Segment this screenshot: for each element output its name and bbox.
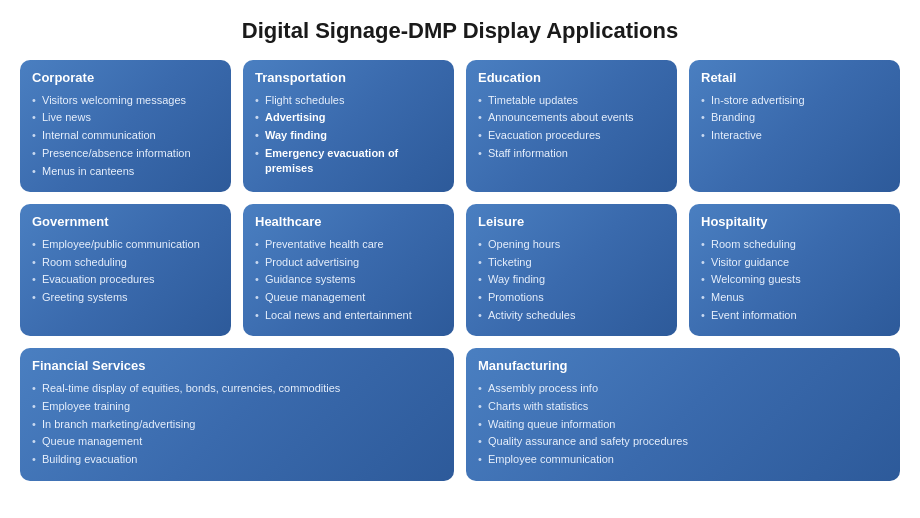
card-title-manufacturing: Manufacturing xyxy=(478,358,888,373)
list-item-healthcare-2: Guidance systems xyxy=(255,271,442,289)
list-item-retail-1: Branding xyxy=(701,109,888,127)
list-item-healthcare-0: Preventative health care xyxy=(255,235,442,253)
list-item-government-0: Employee/public communication xyxy=(32,235,219,253)
list-item-corporate-1: Live news xyxy=(32,109,219,127)
card-list-healthcare: Preventative health careProduct advertis… xyxy=(255,235,442,324)
list-item-hospitality-0: Room scheduling xyxy=(701,235,888,253)
list-item-corporate-4: Menus in canteens xyxy=(32,162,219,180)
card-government: GovernmentEmployee/public communicationR… xyxy=(20,204,231,336)
list-item-retail-2: Interactive xyxy=(701,127,888,145)
grid-row-2: Financial ServicesReal-time display of e… xyxy=(20,348,900,480)
card-education: EducationTimetable updatesAnnouncements … xyxy=(466,60,677,192)
grid-row-1: GovernmentEmployee/public communicationR… xyxy=(20,204,900,336)
card-manufacturing: ManufacturingAssembly process infoCharts… xyxy=(466,348,900,480)
card-list-leisure: Opening hoursTicketingWay findingPromoti… xyxy=(478,235,665,324)
list-item-leisure-0: Opening hours xyxy=(478,235,665,253)
list-item-hospitality-1: Visitor guidance xyxy=(701,253,888,271)
card-title-transportation: Transportation xyxy=(255,70,442,85)
list-item-financial-services-3: Queue management xyxy=(32,433,442,451)
list-item-manufacturing-3: Quality assurance and safety procedures xyxy=(478,433,888,451)
list-item-leisure-3: Promotions xyxy=(478,289,665,307)
list-item-corporate-3: Presence/absence information xyxy=(32,145,219,163)
grid-row-0: CorporateVisitors welcoming messagesLive… xyxy=(20,60,900,192)
list-item-transportation-0: Flight schedules xyxy=(255,91,442,109)
card-title-government: Government xyxy=(32,214,219,229)
card-retail: RetailIn-store advertisingBrandingIntera… xyxy=(689,60,900,192)
card-title-leisure: Leisure xyxy=(478,214,665,229)
list-item-hospitality-3: Menus xyxy=(701,289,888,307)
list-item-education-1: Announcements about events xyxy=(478,109,665,127)
card-financial-services: Financial ServicesReal-time display of e… xyxy=(20,348,454,480)
list-item-financial-services-4: Building evacuation xyxy=(32,451,442,469)
list-item-manufacturing-0: Assembly process info xyxy=(478,379,888,397)
list-item-hospitality-2: Welcoming guests xyxy=(701,271,888,289)
card-list-retail: In-store advertisingBrandingInteractive xyxy=(701,91,888,145)
card-list-education: Timetable updatesAnnouncements about eve… xyxy=(478,91,665,162)
list-item-government-2: Evacuation procedures xyxy=(32,271,219,289)
card-healthcare: HealthcarePreventative health careProduc… xyxy=(243,204,454,336)
list-item-healthcare-1: Product advertising xyxy=(255,253,442,271)
card-title-corporate: Corporate xyxy=(32,70,219,85)
card-transportation: TransportationFlight schedulesAdvertisin… xyxy=(243,60,454,192)
card-list-manufacturing: Assembly process infoCharts with statist… xyxy=(478,379,888,468)
list-item-manufacturing-2: Waiting queue information xyxy=(478,415,888,433)
page-title: Digital Signage-DMP Display Applications xyxy=(20,18,900,44)
list-item-corporate-2: Internal communication xyxy=(32,127,219,145)
list-item-healthcare-3: Queue management xyxy=(255,289,442,307)
list-item-hospitality-4: Event information xyxy=(701,307,888,325)
card-list-government: Employee/public communicationRoom schedu… xyxy=(32,235,219,306)
card-list-transportation: Flight schedulesAdvertisingWay findingEm… xyxy=(255,91,442,177)
card-list-financial-services: Real-time display of equities, bonds, cu… xyxy=(32,379,442,468)
list-item-government-3: Greeting systems xyxy=(32,289,219,307)
list-item-leisure-2: Way finding xyxy=(478,271,665,289)
list-item-government-1: Room scheduling xyxy=(32,253,219,271)
list-item-transportation-2: Way finding xyxy=(255,127,442,145)
card-hospitality: HospitalityRoom schedulingVisitor guidan… xyxy=(689,204,900,336)
list-item-financial-services-1: Employee training xyxy=(32,397,442,415)
card-corporate: CorporateVisitors welcoming messagesLive… xyxy=(20,60,231,192)
card-title-hospitality: Hospitality xyxy=(701,214,888,229)
card-leisure: LeisureOpening hoursTicketingWay finding… xyxy=(466,204,677,336)
list-item-corporate-0: Visitors welcoming messages xyxy=(32,91,219,109)
list-item-retail-0: In-store advertising xyxy=(701,91,888,109)
card-list-hospitality: Room schedulingVisitor guidanceWelcoming… xyxy=(701,235,888,324)
list-item-leisure-1: Ticketing xyxy=(478,253,665,271)
list-item-manufacturing-1: Charts with statistics xyxy=(478,397,888,415)
list-item-financial-services-2: In branch marketing/advertising xyxy=(32,415,442,433)
list-item-financial-services-0: Real-time display of equities, bonds, cu… xyxy=(32,379,442,397)
card-list-corporate: Visitors welcoming messagesLive newsInte… xyxy=(32,91,219,180)
list-item-education-2: Evacuation procedures xyxy=(478,127,665,145)
card-title-financial-services: Financial Services xyxy=(32,358,442,373)
card-title-healthcare: Healthcare xyxy=(255,214,442,229)
list-item-transportation-3: Emergency evacuation of premises xyxy=(255,145,442,178)
list-item-transportation-1: Advertising xyxy=(255,109,442,127)
list-item-leisure-4: Activity schedules xyxy=(478,307,665,325)
list-item-healthcare-4: Local news and entertainment xyxy=(255,307,442,325)
list-item-education-3: Staff information xyxy=(478,145,665,163)
card-title-retail: Retail xyxy=(701,70,888,85)
list-item-manufacturing-4: Employee communication xyxy=(478,451,888,469)
card-title-education: Education xyxy=(478,70,665,85)
list-item-education-0: Timetable updates xyxy=(478,91,665,109)
